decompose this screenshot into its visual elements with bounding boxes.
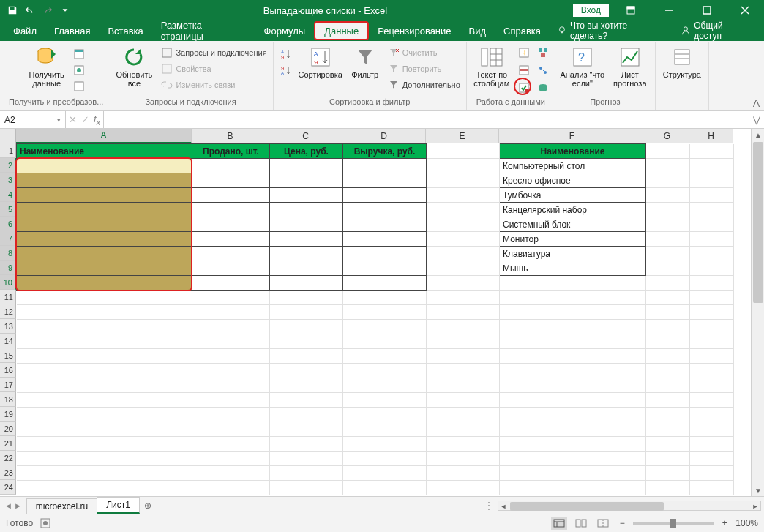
vscroll-thumb[interactable] <box>753 142 763 303</box>
cell-D2[interactable] <box>343 159 427 173</box>
data-validation-button[interactable] <box>517 80 531 95</box>
cell-A22[interactable] <box>17 452 192 466</box>
cell-H1[interactable] <box>690 144 734 159</box>
cell-G24[interactable] <box>646 481 690 495</box>
cell-H19[interactable] <box>690 408 734 422</box>
cell-C19[interactable] <box>270 408 343 422</box>
cell-G21[interactable] <box>646 437 690 452</box>
cell-B21[interactable] <box>192 437 270 452</box>
refresh-all-button[interactable]: Обновить все <box>113 44 155 88</box>
cell-E6[interactable] <box>427 217 500 232</box>
row-header-2[interactable]: 2 <box>0 158 16 173</box>
cell-C10[interactable] <box>270 276 343 291</box>
cell-G2[interactable] <box>646 159 690 173</box>
cell-A6[interactable] <box>17 217 192 232</box>
expand-formula-icon[interactable]: ⋁ <box>749 111 764 128</box>
row-header-7[interactable]: 7 <box>0 231 16 246</box>
cell-C20[interactable] <box>270 422 343 437</box>
cell-G7[interactable] <box>646 232 690 247</box>
row-header-18[interactable]: 18 <box>0 392 16 407</box>
cell-E1[interactable] <box>427 144 500 159</box>
cell-A18[interactable] <box>17 393 192 408</box>
cell-H8[interactable] <box>690 247 734 261</box>
cell-H3[interactable] <box>690 173 734 188</box>
cell-E24[interactable] <box>427 481 500 495</box>
cell-F10[interactable] <box>500 276 646 291</box>
cell-B4[interactable] <box>192 188 270 203</box>
cell-E4[interactable] <box>427 188 500 203</box>
cell-B1[interactable]: Продано, шт. <box>192 144 270 159</box>
cell-E2[interactable] <box>427 159 500 173</box>
cell-F24[interactable] <box>500 481 646 495</box>
recent-sources-button[interactable] <box>72 79 87 94</box>
cell-G23[interactable] <box>646 466 690 481</box>
zoom-value[interactable]: 100% <box>735 518 758 528</box>
row-header-20[interactable]: 20 <box>0 422 16 436</box>
tab-prev-icon[interactable]: ◄ <box>4 501 12 510</box>
cell-B6[interactable] <box>192 217 270 232</box>
cell-C23[interactable] <box>270 466 343 481</box>
cell-D14[interactable] <box>343 334 427 349</box>
vertical-scrollbar[interactable]: ▲ ▼ <box>751 129 764 496</box>
row-header-23[interactable]: 23 <box>0 465 16 480</box>
cell-E13[interactable] <box>427 320 500 334</box>
cell-D6[interactable] <box>343 217 427 232</box>
cell-B22[interactable] <box>192 452 270 466</box>
cell-G4[interactable] <box>646 188 690 203</box>
cell-B23[interactable] <box>192 466 270 481</box>
queries-connections-button[interactable]: Запросы и подключения <box>160 45 268 60</box>
cell-G19[interactable] <box>646 408 690 422</box>
remove-duplicates-button[interactable] <box>517 63 531 78</box>
scroll-down-icon[interactable]: ▼ <box>752 484 764 496</box>
cell-D12[interactable] <box>343 305 427 320</box>
cell-H11[interactable] <box>690 291 734 305</box>
cell-D23[interactable] <box>343 466 427 481</box>
zoom-in-button[interactable]: + <box>719 518 730 528</box>
cell-D20[interactable] <box>343 422 427 437</box>
sheet-tab-2[interactable]: Лист1 <box>97 497 140 514</box>
cell-E16[interactable] <box>427 364 500 378</box>
from-web-button[interactable] <box>72 63 87 78</box>
save-icon[interactable] <box>4 2 20 18</box>
view-pagebreak-icon[interactable] <box>595 517 611 530</box>
cell-B20[interactable] <box>192 422 270 437</box>
tab-next-icon[interactable]: ► <box>14 501 22 510</box>
cell-B16[interactable] <box>192 364 270 378</box>
minimize-icon[interactable] <box>653 0 685 20</box>
cell-A8[interactable] <box>17 247 192 261</box>
cell-H6[interactable] <box>690 217 734 232</box>
cell-G22[interactable] <box>646 452 690 466</box>
cell-B24[interactable] <box>192 481 270 495</box>
view-pagelayout-icon[interactable] <box>573 517 589 530</box>
cell-F23[interactable] <box>500 466 646 481</box>
cell-C21[interactable] <box>270 437 343 452</box>
cell-D9[interactable] <box>343 261 427 276</box>
undo-icon[interactable] <box>22 2 38 18</box>
share-button[interactable]: Общий доступ <box>673 20 760 41</box>
cell-H14[interactable] <box>690 334 734 349</box>
cell-F6[interactable]: Системный блок <box>500 217 646 232</box>
cell-G16[interactable] <box>646 364 690 378</box>
cell-F15[interactable] <box>500 349 646 364</box>
scroll-left-icon[interactable]: ◄ <box>498 501 509 512</box>
cell-D1[interactable]: Выручка, руб. <box>343 144 427 159</box>
cell-G11[interactable] <box>646 291 690 305</box>
cell-G10[interactable] <box>646 276 690 291</box>
cell-H10[interactable] <box>690 276 734 291</box>
select-all-corner[interactable] <box>0 129 16 143</box>
cell-C4[interactable] <box>270 188 343 203</box>
close-icon[interactable] <box>729 0 761 20</box>
tab-help[interactable]: Справка <box>495 20 550 41</box>
cell-H23[interactable] <box>690 466 734 481</box>
cell-H18[interactable] <box>690 393 734 408</box>
cell-G13[interactable] <box>646 320 690 334</box>
cell-C17[interactable] <box>270 378 343 393</box>
sort-desc-button[interactable]: ЯA <box>278 63 293 78</box>
cell-D24[interactable] <box>343 481 427 495</box>
cell-H9[interactable] <box>690 261 734 276</box>
cell-F3[interactable]: Кресло офисное <box>500 173 646 188</box>
cell-G5[interactable] <box>646 203 690 217</box>
tab-home[interactable]: Главная <box>45 20 99 41</box>
tab-pagelayout[interactable]: Разметка страницы <box>152 20 255 41</box>
cell-A5[interactable] <box>17 203 192 217</box>
